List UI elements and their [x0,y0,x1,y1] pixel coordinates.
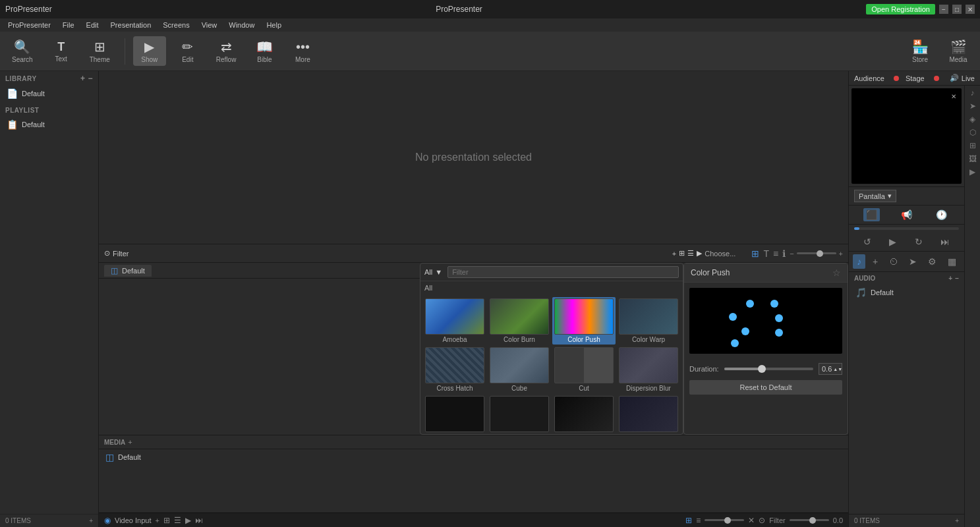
rs-props-icon[interactable]: ◈ [969,115,975,124]
text-view-icon[interactable]: T [763,248,769,259]
duration-spinner[interactable]: ▲▼ [833,367,842,372]
menu-help[interactable]: Help [261,20,287,30]
reflow-tool-button[interactable]: ⇄ Reflow [210,36,243,66]
bottom-play-button[interactable]: ▶ [185,516,191,525]
media-tool-button[interactable]: 🎬 Media [942,36,975,66]
transition-row2-1[interactable] [423,395,486,435]
more-tool-button[interactable]: ••• More [286,37,319,66]
store-tool-button[interactable]: 🏪 Store [904,36,937,66]
transition-cut[interactable]: Cut [552,346,616,393]
sidebar-item-playlist-default[interactable]: 📋 Default [0,117,98,132]
menu-propresenter[interactable]: ProPresenter [3,20,56,30]
play-button[interactable]: ▶ [889,236,896,247]
grid-view-icon[interactable]: ⊞ [751,248,759,259]
library-collapse-button[interactable]: − [88,74,93,83]
menu-edit[interactable]: Edit [81,20,104,30]
tab-audio-button[interactable]: ♪ [853,254,865,269]
duration-slider[interactable] [724,368,813,370]
audio-add-button[interactable]: + [948,275,952,282]
rs-image-icon[interactable]: 🖼 [969,154,977,163]
rs-mask-icon[interactable]: ⬡ [969,128,976,137]
info-icon[interactable]: ℹ [782,248,786,259]
media-add-button[interactable]: + [128,438,132,446]
search-tool-button[interactable]: 🔍 Search [5,36,40,66]
transitions-panel: All ▼ All Amoeba Color Burn [420,263,683,435]
pantalla-dropdown[interactable]: Pantalla ▾ [854,190,896,202]
zoom-slider[interactable]: − + [790,250,843,258]
monitor-icon[interactable]: ⬛ [863,208,880,221]
dot-1 [746,300,754,308]
view-option-button[interactable]: ▶ [697,249,702,258]
bible-tool-button[interactable]: 📖 Bible [248,36,281,66]
rs-send-icon[interactable]: ➤ [969,101,976,111]
tab-timer-button[interactable]: ⏲ [885,254,902,269]
show-tool-button[interactable]: ▶ Show [133,36,166,66]
tab-plus-button[interactable]: + [869,254,882,269]
transition-dispersion-blur[interactable]: Dispersion Blur [617,346,680,393]
transition-row2-3[interactable] [552,395,616,435]
bottom-end-button[interactable]: ⏭ [195,516,203,525]
transition-amoeba[interactable]: Amoeba [423,297,486,345]
maximize-button[interactable]: □ [952,5,962,14]
star-button[interactable]: ☆ [832,267,841,278]
library-section-header: LIBRARY + − [0,71,98,86]
list-view-icon[interactable]: ≡ [773,248,778,259]
transition-cube[interactable]: Cube [488,346,551,393]
sidebar-item-library-default[interactable]: 📄 Default [0,86,98,101]
edit-tool-button[interactable]: ✏ Edit [171,36,204,66]
right-add-button[interactable]: + [955,517,959,524]
skip-button[interactable]: ⏭ [940,236,950,247]
bottom-list-button[interactable]: ☰ [174,516,181,525]
view-list-button[interactable]: ☰ [687,249,694,258]
right-items-count: 0 ITEMS [854,517,880,524]
add-slide-button[interactable]: + [672,250,676,258]
transition-color-burn[interactable]: Color Burn [488,297,551,345]
theme-tool-button[interactable]: ⊞ Theme [83,36,117,66]
audio-collapse-button[interactable]: − [955,275,959,282]
tab-nav-button[interactable]: ➤ [905,254,921,269]
view-grid-button[interactable]: ⊞ [679,249,685,258]
transitions-filter-input[interactable] [447,266,679,278]
transition-cross-hatch[interactable]: Cross Hatch [423,346,486,393]
bottom-list2-button[interactable]: ≡ [696,516,701,525]
transition-row2-4[interactable] [617,395,680,435]
reset-to-default-button[interactable]: Reset to Default [689,380,842,395]
audio-wave-icon[interactable]: 📢 [898,208,915,221]
transition-row2-2[interactable] [488,395,551,435]
tab-media-button[interactable]: ▦ [944,254,960,269]
transition-color-push[interactable]: Color Push [552,297,616,345]
audio-item-default[interactable]: 🎵 Default [849,285,964,300]
output-icons-row: ⬛ 📢 🕐 [849,206,964,225]
bottom-grid2-button[interactable]: ⊞ [685,516,692,525]
dot-7 [731,339,739,347]
menu-window[interactable]: Window [223,20,260,30]
minimize-button[interactable]: − [939,5,948,14]
menu-presentation[interactable]: Presentation [105,20,157,30]
rs-video-icon[interactable]: ▶ [969,167,975,177]
menu-screens[interactable]: Screens [158,20,194,30]
choose-button[interactable]: Choose... [705,250,735,258]
text-tool-button[interactable]: T Text [45,38,78,65]
rs-grid-icon[interactable]: ⊞ [969,141,976,150]
media-item-default[interactable]: ◫ Default [99,449,848,465]
forward-button[interactable]: ↻ [915,236,923,247]
rs-music-icon[interactable]: ♪ [971,88,975,97]
close2-icon[interactable]: ✕ [748,516,755,525]
status-slider[interactable] [790,519,829,521]
all-dropdown[interactable]: All ▼ [424,268,442,276]
open-registration-button[interactable]: Open Registration [866,4,935,14]
close-preview-button[interactable]: ✕ [948,91,959,101]
tab-props-button[interactable]: ⚙ [924,254,940,269]
bottom-grid-button[interactable]: ⊞ [163,516,170,525]
close-button[interactable]: ✕ [966,5,975,14]
transition-color-warp[interactable]: Color Warp [617,297,680,345]
library-add-button[interactable]: + [80,74,86,83]
bottom-add-button[interactable]: + [155,516,159,524]
menu-file[interactable]: File [57,20,80,30]
rewind-button[interactable]: ↺ [863,236,871,247]
edit-label: Edit [182,56,193,63]
menu-view[interactable]: View [196,20,223,30]
items-add-button[interactable]: + [89,517,93,524]
media-zoom-slider[interactable] [705,519,744,521]
clock-icon[interactable]: 🕐 [933,208,950,221]
